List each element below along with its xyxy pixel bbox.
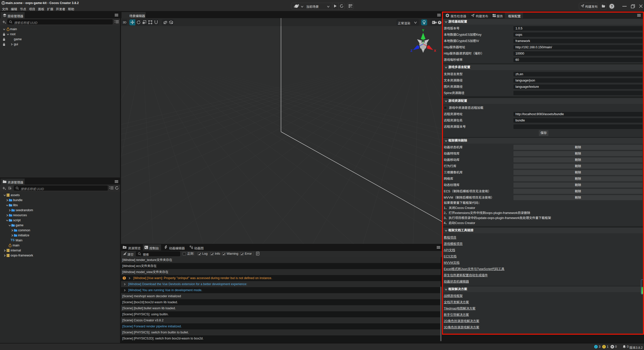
svg-text:X: X: [434, 49, 436, 53]
svg-text:Z: Z: [411, 49, 413, 53]
svg-text:Y: Y: [422, 28, 424, 32]
svg-text:?: ?: [611, 5, 613, 8]
